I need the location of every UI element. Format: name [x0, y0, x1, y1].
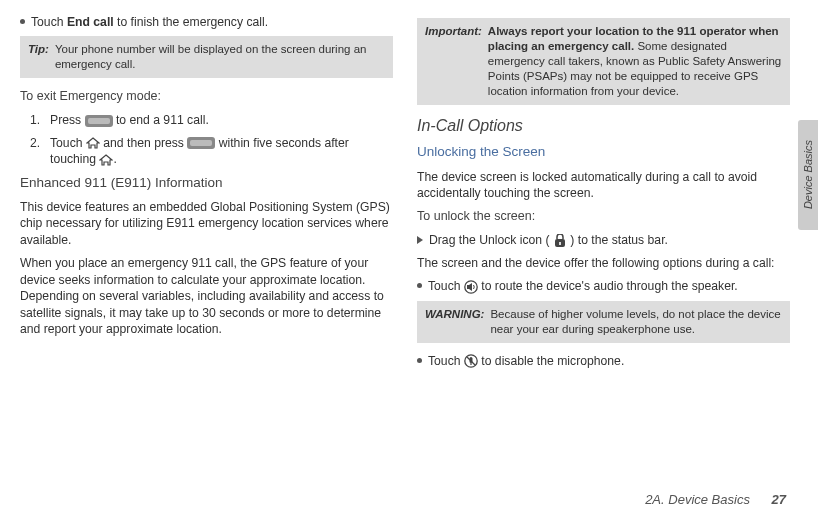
svg-rect-7 [559, 242, 561, 245]
lock-icon [553, 234, 567, 248]
footer-page: 27 [772, 492, 786, 507]
side-tab: Device Basics [798, 120, 818, 230]
exit-emergency-head: To exit Emergency mode: [20, 88, 393, 105]
right-column: Important: Always report your location t… [417, 14, 790, 375]
speaker-text: Touch to route the device's audio throug… [428, 278, 738, 294]
svg-marker-9 [467, 283, 472, 291]
t: Touch [428, 354, 464, 368]
t: Drag the Unlock icon ( [429, 233, 550, 247]
t-bold: End call [67, 15, 114, 29]
important-box: Important: Always report your location t… [417, 18, 790, 105]
mute-text: Touch to disable the microphone. [428, 353, 624, 369]
mute-row: Touch to disable the microphone. [417, 353, 790, 369]
in-call-options-head: In-Call Options [417, 115, 790, 137]
t2: to route the device's audio through the … [481, 279, 737, 293]
step-body: Press to end a 911 call. [50, 112, 209, 128]
t: Touch [31, 15, 67, 29]
footer: 2A. Device Basics 27 [645, 492, 786, 507]
speaker-row: Touch to route the device's audio throug… [417, 278, 790, 294]
bullet-icon [417, 358, 422, 363]
step-num: 2. [30, 135, 44, 151]
bullet-end-call: Touch End call to finish the emergency c… [20, 14, 393, 30]
t: Press [50, 113, 85, 127]
drag-unlock-row: Drag the Unlock icon ( ) to the status b… [417, 232, 790, 248]
side-tab-label: Device Basics [802, 140, 814, 209]
home-icon [99, 154, 113, 166]
svg-rect-1 [88, 118, 110, 124]
bullet-icon [20, 19, 25, 24]
home-icon [86, 137, 100, 149]
bullet-text: Touch End call to finish the emergency c… [31, 14, 268, 30]
e911-para2: When you place an emergency 911 call, th… [20, 255, 393, 337]
tip-text: Your phone number will be displayed on t… [55, 42, 385, 72]
svg-marker-2 [87, 138, 99, 148]
warning-text: Because of higher volume levels, do not … [490, 307, 782, 337]
end-key-icon [187, 137, 215, 149]
tip-label: Tip: [28, 42, 49, 72]
svg-rect-4 [190, 140, 212, 146]
t2: and then press [103, 136, 187, 150]
e911-para1: This device features an embedded Global … [20, 199, 393, 248]
end-key-icon [85, 115, 113, 127]
step-2: 2. Touch and then press within five seco… [30, 135, 393, 168]
mute-mic-icon [464, 354, 478, 368]
left-column: Touch End call to finish the emergency c… [20, 14, 393, 375]
speaker-icon [464, 280, 478, 294]
page-columns: Touch End call to finish the emergency c… [0, 0, 826, 385]
t2: ) to the status bar. [570, 233, 668, 247]
step-body: Touch and then press within five seconds… [50, 135, 393, 168]
unlocking-screen-head: Unlocking the Screen [417, 143, 790, 161]
important-label: Important: [425, 24, 482, 99]
options-para: The screen and the device offer the foll… [417, 255, 790, 271]
warning-box: WARNING: Because of higher volume levels… [417, 301, 790, 343]
footer-section: 2A. Device Basics [645, 492, 750, 507]
t: Touch [428, 279, 464, 293]
warning-label: WARNING: [425, 307, 484, 337]
step-1: 1. Press to end a 911 call. [30, 112, 393, 128]
e911-head: Enhanced 911 (E911) Information [20, 174, 393, 192]
svg-marker-5 [100, 155, 112, 165]
tip-box: Tip: Your phone number will be displayed… [20, 36, 393, 78]
bullet-icon [417, 283, 422, 288]
step-num: 1. [30, 112, 44, 128]
t4: . [113, 152, 116, 166]
important-text: Always report your location to the 911 o… [488, 24, 782, 99]
t2: to end a 911 call. [116, 113, 209, 127]
t2: to disable the microphone. [481, 354, 624, 368]
t2: to finish the emergency call. [114, 15, 268, 29]
t: Touch [50, 136, 86, 150]
drag-text: Drag the Unlock icon ( ) to the status b… [429, 232, 668, 248]
triangle-bullet-icon [417, 236, 423, 244]
to-unlock-head: To unlock the screen: [417, 208, 790, 225]
unlock-para: The device screen is locked automaticall… [417, 169, 790, 202]
